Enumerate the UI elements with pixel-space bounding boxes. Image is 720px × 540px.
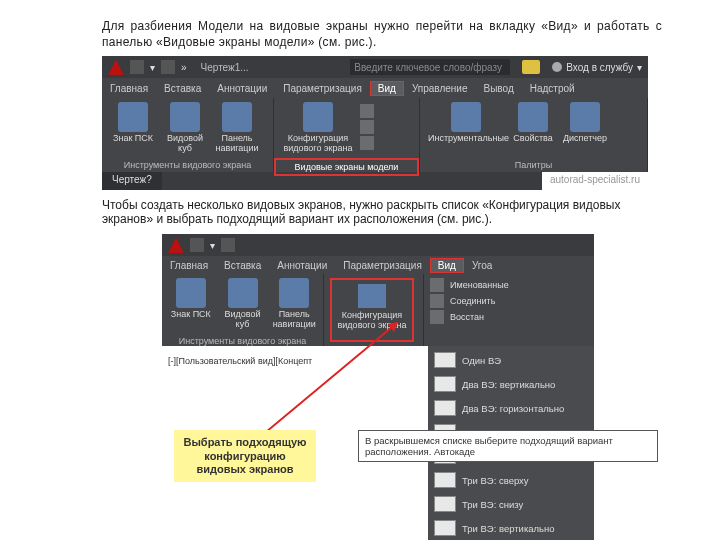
document-name: Чертеж1...: [201, 62, 249, 73]
ucs-icon: [118, 102, 148, 132]
help-badge-icon[interactable]: [522, 60, 540, 74]
app-logo-icon: [168, 237, 184, 253]
intro-paragraph-2: Чтобы создать несколько видовых экранов,…: [102, 198, 662, 226]
ucs-icon-button[interactable]: Знак ПСК: [110, 102, 156, 144]
tab-view[interactable]: Вид: [370, 81, 404, 96]
recent-icon[interactable]: [130, 60, 144, 74]
save-icon[interactable]: [221, 238, 235, 252]
watermark: autorad-specialist.ru: [542, 172, 648, 190]
navbar-icon: [279, 278, 309, 308]
restore-icon: [430, 310, 444, 324]
dropdown-item[interactable]: Два ВЭ: вертикально: [428, 372, 594, 396]
tab-other[interactable]: Угоа: [464, 258, 500, 273]
palette-icon: [451, 102, 481, 132]
signin-button[interactable]: Вход в службу ▾: [552, 62, 642, 73]
viewcube-icon: [228, 278, 258, 308]
dropdown-item[interactable]: Три ВЭ: сверху: [428, 468, 594, 492]
small-icon: [360, 136, 374, 150]
layout-thumb-icon: [434, 472, 456, 488]
app-logo-icon: [108, 59, 124, 75]
right-button-stack: Именованные Соединить Восстан: [424, 274, 594, 324]
restore-button[interactable]: Восстан: [430, 310, 594, 324]
tab-parametric[interactable]: Параметризация: [335, 258, 430, 273]
viewport-config-icon: [303, 102, 333, 132]
layout-thumb-icon: [434, 496, 456, 512]
small-button-3[interactable]: [360, 136, 374, 150]
tab-annotate[interactable]: Аннотации: [209, 81, 275, 96]
dropdown-arrow-icon[interactable]: ▾: [150, 62, 155, 73]
recent-icon[interactable]: [190, 238, 204, 252]
tab-view[interactable]: Вид: [430, 258, 464, 273]
small-icon: [360, 120, 374, 134]
properties-icon: [518, 102, 548, 132]
viewport-config-button[interactable]: Конфигурация видового экрана: [282, 102, 354, 154]
join-icon: [430, 294, 444, 308]
panel-title-palettes: Палитры: [420, 158, 647, 172]
small-button-2[interactable]: [360, 120, 374, 134]
ribbon: Знак ПСК Видовой куб Панель навигации Ин…: [102, 98, 648, 172]
viewport-config-icon: [358, 284, 386, 308]
layout-thumb-icon: [434, 400, 456, 416]
properties-button[interactable]: Свойства: [510, 102, 556, 144]
title-bar: ▾: [162, 234, 594, 256]
layout-thumb-icon: [434, 376, 456, 392]
manager-icon: [570, 102, 600, 132]
panel-title-model-viewports: Видовые экраны модели: [274, 158, 419, 176]
screenshot-1: ▾ » Чертеж1... Введите ключевое слово/фр…: [102, 56, 648, 190]
tab-insert[interactable]: Вставка: [156, 81, 209, 96]
ribbon-tabs: Главная Вставка Аннотации Параметризация…: [102, 78, 648, 98]
intro-paragraph-1: Для разбиения Модели на видовые экраны н…: [102, 18, 662, 50]
annotation-callout: Выбрать подходящую конфигурацию видовых …: [174, 430, 316, 482]
layout-thumb-icon: [434, 352, 456, 368]
dropdown-item[interactable]: Один ВЭ: [428, 348, 594, 372]
join-button[interactable]: Соединить: [430, 294, 594, 308]
dropdown-item[interactable]: Три ВЭ: вертикально: [428, 516, 594, 540]
chevron-icon: »: [181, 62, 187, 73]
svg-marker-1: [388, 322, 398, 332]
tab-insert[interactable]: Вставка: [216, 258, 269, 273]
panel-title-viewport-tools: Инструменты видового экрана: [102, 158, 273, 172]
status-tab[interactable]: Чертеж?: [102, 172, 162, 190]
chevron-down-icon[interactable]: ▾: [210, 240, 215, 251]
viewcube-icon: [170, 102, 200, 132]
dropdown-item[interactable]: Два ВЭ: горизонтально: [428, 396, 594, 420]
tool-palettes-button[interactable]: Инструментальные: [428, 102, 504, 144]
tab-home[interactable]: Главная: [102, 81, 156, 96]
small-button-1[interactable]: [360, 104, 374, 118]
ribbon-tabs: Главная Вставка Аннотации Параметризация…: [162, 256, 594, 274]
ucs-icon-button[interactable]: Знак ПСК: [168, 278, 214, 330]
layout-thumb-icon: [434, 520, 456, 536]
small-icon: [360, 104, 374, 118]
navbar-icon: [222, 102, 252, 132]
navbar-button[interactable]: Панель навигации: [214, 102, 260, 154]
user-icon: [552, 62, 562, 72]
tooltip: В раскрывшемся списке выберите подходящи…: [358, 430, 658, 462]
viewcube-button[interactable]: Видовой куб: [162, 102, 208, 154]
tab-manage[interactable]: Управление: [404, 81, 476, 96]
named-icon: [430, 278, 444, 292]
named-views-button[interactable]: Именованные: [430, 278, 594, 292]
save-icon[interactable]: [161, 60, 175, 74]
tab-output[interactable]: Вывод: [476, 81, 522, 96]
manager-button[interactable]: Диспетчер: [562, 102, 608, 144]
tab-addins[interactable]: Надстрой: [522, 81, 583, 96]
chevron-down-icon: ▾: [637, 62, 642, 73]
screenshot-2: ▾ Главная Вставка Аннотации Параметризац…: [162, 234, 594, 540]
search-input[interactable]: Введите ключевое слово/фразу: [350, 59, 510, 75]
title-bar: ▾ » Чертеж1... Введите ключевое слово/фр…: [102, 56, 648, 78]
ucs-icon: [176, 278, 206, 308]
dropdown-item[interactable]: Три ВЭ: снизу: [428, 492, 594, 516]
tab-parametric[interactable]: Параметризация: [275, 81, 370, 96]
tab-home[interactable]: Главная: [162, 258, 216, 273]
tab-annotate[interactable]: Аннотации: [269, 258, 335, 273]
